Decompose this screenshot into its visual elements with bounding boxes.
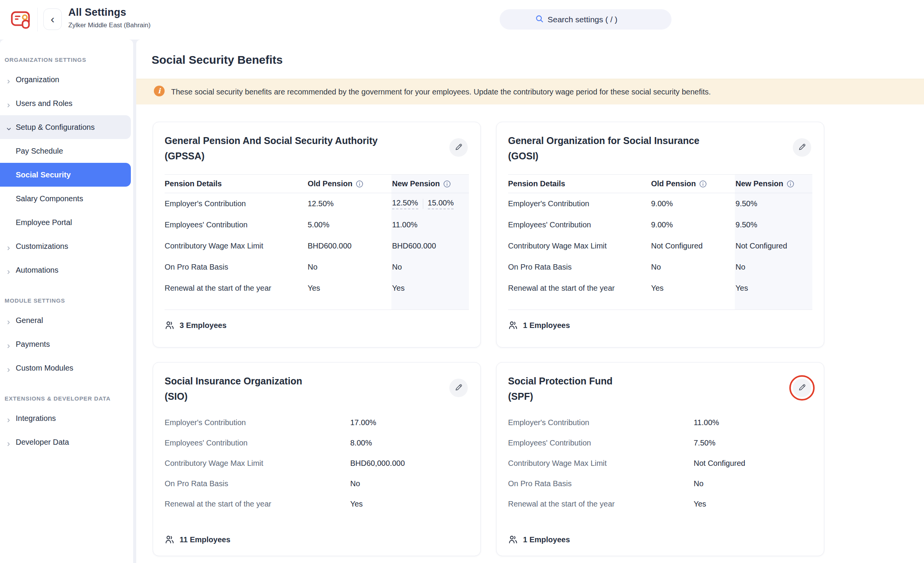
detail-row: Employees' Contribution8.00% bbox=[165, 433, 469, 453]
sidebar-item-label: Payments bbox=[16, 340, 50, 349]
page-title: Social Security Benefits bbox=[136, 40, 924, 66]
sidebar-item-developer-data[interactable]: Developer Data bbox=[0, 430, 131, 454]
old-pension-value: 9.00% bbox=[651, 214, 735, 235]
new-pension-value: 9.50% bbox=[735, 214, 812, 235]
sidebar-item-automations[interactable]: Automations bbox=[0, 258, 131, 282]
column-header-label: New Pension bbox=[736, 179, 783, 188]
card-title: Social Protection Fund(SPF) bbox=[508, 373, 812, 404]
sidebar-item-users-and-roles[interactable]: Users and Roles bbox=[0, 91, 131, 115]
table-bottom-padding bbox=[508, 299, 812, 310]
row-label: Renewal at the start of the year bbox=[165, 500, 350, 508]
pencil-icon bbox=[798, 383, 807, 393]
old-pension-value: 12.50% bbox=[308, 193, 391, 214]
edit-button-gpssa[interactable] bbox=[449, 138, 468, 157]
row-value: Yes bbox=[694, 500, 706, 508]
benefit-detail-list: Employer's Contribution17.00%Employees' … bbox=[165, 412, 469, 514]
chevron-right-icon bbox=[6, 268, 11, 273]
edit-button-spf[interactable] bbox=[793, 379, 811, 397]
pension-table-row: Contributory Wage Max LimitBHD600.000BHD… bbox=[165, 235, 469, 257]
new-pension-value: Yes bbox=[735, 278, 812, 299]
chevron-right-icon bbox=[6, 342, 11, 347]
pension-table-row: Contributory Wage Max LimitNot Configure… bbox=[508, 235, 812, 257]
info-circle-icon[interactable] bbox=[356, 180, 363, 188]
employees-count: 1 Employees bbox=[508, 524, 812, 555]
page-header-title: All Settings bbox=[68, 7, 150, 18]
new-pension-value: No bbox=[391, 257, 469, 278]
sidebar-item-employee-portal[interactable]: Employee Portal bbox=[0, 210, 131, 234]
pension-value-tooltip[interactable]: 12.50% bbox=[392, 199, 418, 209]
row-value: 11.00% bbox=[694, 418, 719, 427]
sidebar-item-integrations[interactable]: Integrations bbox=[0, 406, 131, 430]
row-value: 8.00% bbox=[350, 439, 372, 447]
sidebar-item-organization[interactable]: Organization bbox=[0, 68, 131, 91]
pension-table-header: Pension DetailsOld PensionNew Pension bbox=[165, 174, 469, 193]
row-label: On Pro Rata Basis bbox=[508, 479, 694, 488]
old-pension-value: Not Configured bbox=[651, 235, 735, 257]
chevron-down-icon bbox=[6, 125, 11, 130]
card-title-line2: (GOSI) bbox=[508, 151, 538, 161]
pension-table-row: Renewal at the start of the yearYesYes bbox=[508, 278, 812, 299]
card-title-line2: (SIO) bbox=[165, 391, 188, 402]
sidebar-item-payments[interactable]: Payments bbox=[0, 332, 131, 356]
value-separator bbox=[423, 199, 423, 209]
info-circle-icon[interactable] bbox=[699, 180, 707, 188]
info-circle-icon[interactable] bbox=[787, 180, 794, 188]
edit-button-sio[interactable] bbox=[449, 379, 468, 397]
sidebar-section-label: ORGANIZATION SETTINGS bbox=[0, 56, 133, 63]
employees-count: 3 Employees bbox=[165, 310, 469, 341]
table-bottom-padding bbox=[165, 299, 469, 310]
users-icon bbox=[508, 535, 518, 545]
row-label: Contributory Wage Max Limit bbox=[508, 235, 651, 257]
employees-count: 1 Employees bbox=[508, 310, 812, 341]
sidebar-item-general[interactable]: General bbox=[0, 308, 131, 332]
column-header-label: Pension Details bbox=[508, 179, 565, 188]
spacer bbox=[651, 299, 735, 310]
new-pension-value: No bbox=[735, 257, 812, 278]
payroll-logo-icon bbox=[10, 8, 32, 31]
sidebar-item-setup-configurations[interactable]: Setup & Configurations bbox=[0, 115, 131, 139]
row-value: No bbox=[694, 479, 704, 488]
card-title: General Pension And Social Security Auth… bbox=[165, 133, 469, 164]
row-label: Employees' Contribution bbox=[508, 214, 651, 235]
sidebar-item-pay-schedule[interactable]: Pay Schedule bbox=[0, 139, 131, 163]
employees-count-label: 11 Employees bbox=[180, 535, 230, 544]
row-label: Contributory Wage Max Limit bbox=[165, 459, 350, 468]
pension-table-row: Employer's Contribution12.50%12.50%15.00… bbox=[165, 193, 469, 214]
users-icon bbox=[165, 535, 175, 545]
search-settings[interactable] bbox=[500, 9, 672, 30]
detail-row: Renewal at the start of the yearYes bbox=[508, 494, 812, 514]
sidebar-item-social-security[interactable]: Social Security bbox=[0, 163, 131, 187]
sidebar-item-label: Automations bbox=[16, 266, 58, 275]
users-icon bbox=[508, 320, 518, 330]
card-title-line1: Social Protection Fund bbox=[508, 376, 612, 386]
row-label: On Pro Rata Basis bbox=[508, 257, 651, 278]
sidebar-item-label: Social Security bbox=[16, 171, 71, 179]
back-button[interactable]: ‹ bbox=[43, 8, 62, 30]
sidebar-item-label: Salary Components bbox=[16, 194, 83, 203]
row-value: 17.00% bbox=[350, 418, 376, 427]
edit-button-gosi[interactable] bbox=[793, 138, 811, 157]
row-label: Employer's Contribution bbox=[508, 193, 651, 214]
main-panel: Social Security Benefits i These social … bbox=[136, 40, 924, 563]
sidebar-item-customizations[interactable]: Customizations bbox=[0, 234, 131, 258]
column-header: Old Pension bbox=[308, 175, 391, 193]
row-value: 7.50% bbox=[694, 439, 716, 447]
search-input[interactable] bbox=[548, 15, 636, 24]
row-label: Employees' Contribution bbox=[165, 214, 308, 235]
info-circle-icon[interactable] bbox=[443, 180, 451, 188]
column-header-label: Old Pension bbox=[308, 179, 353, 188]
row-label: Contributory Wage Max Limit bbox=[508, 459, 694, 468]
sidebar-item-salary-components[interactable]: Salary Components bbox=[0, 187, 131, 210]
search-icon bbox=[535, 15, 544, 25]
detail-row: Contributory Wage Max LimitNot Configure… bbox=[508, 453, 812, 474]
sidebar-item-label: Custom Modules bbox=[16, 364, 73, 373]
old-pension-value: No bbox=[308, 257, 391, 278]
info-banner: i These social security benefits are rec… bbox=[136, 79, 924, 104]
new-pension-value: 9.50% bbox=[735, 193, 812, 214]
pension-value-tooltip[interactable]: 15.00% bbox=[428, 199, 454, 209]
pension-table: Pension DetailsOld PensionNew PensionEmp… bbox=[508, 174, 812, 310]
sidebar-item-custom-modules[interactable]: Custom Modules bbox=[0, 356, 131, 380]
pencil-icon bbox=[454, 383, 463, 393]
pension-table-row: Employees' Contribution5.00%11.00% bbox=[165, 214, 469, 235]
row-label: Renewal at the start of the year bbox=[508, 500, 694, 508]
